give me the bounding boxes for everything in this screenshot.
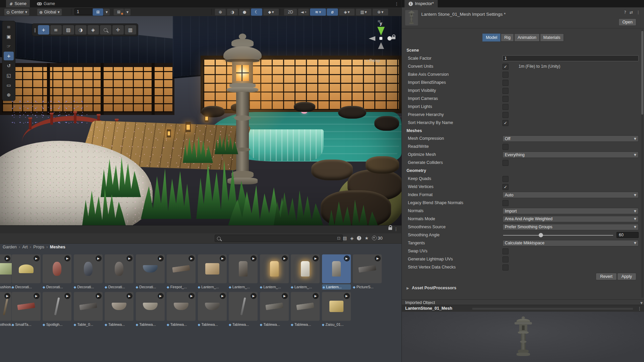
- asset-item[interactable]: ▶◆Tablewa...: [229, 292, 258, 327]
- slider-knob[interactable]: [539, 233, 543, 237]
- play-badge[interactable]: ▶: [251, 293, 257, 299]
- breadcrumb-item-art[interactable]: Art: [22, 245, 28, 249]
- dropdown[interactable]: Prefer Smoothing Groups▼: [502, 224, 639, 230]
- play-badge[interactable]: ▶: [126, 293, 132, 299]
- help-icon[interactable]: ?: [624, 10, 626, 15]
- audio-mute-button[interactable]: ◄×: [298, 8, 309, 16]
- asset-thumbnail[interactable]: ▶: [0, 254, 11, 283]
- grid-dropdown[interactable]: ▼: [103, 8, 110, 16]
- kebab-menu-icon[interactable]: ⋮: [636, 10, 640, 15]
- play-badge[interactable]: ▶: [34, 255, 40, 261]
- play-badge[interactable]: ▶: [375, 255, 381, 261]
- play-badge[interactable]: ▶: [189, 255, 195, 261]
- asset-item[interactable]: ▶◆Lantern_...: [198, 254, 227, 290]
- asset-item[interactable]: ▶◆Tablewa...: [291, 292, 320, 327]
- asset-thumbnail[interactable]: ▶: [105, 254, 133, 283]
- tab-inspector[interactable]: i Inspector*: [405, 0, 438, 7]
- tool-handle-pivot-dropdown[interactable]: ⊙ Center ▼: [4, 8, 30, 16]
- overlay-drag-handle[interactable]: ∥: [34, 27, 36, 33]
- transform-tool-button[interactable]: ⊕: [4, 90, 14, 99]
- lock-icon[interactable]: [388, 227, 392, 230]
- asset-item[interactable]: ▶◆PictureS...: [353, 254, 382, 290]
- overlay-camera-button[interactable]: ▥: [125, 25, 136, 35]
- scale-tool-button[interactable]: ◱: [4, 71, 14, 80]
- asset-item[interactable]: ▶◆Tablewa...: [260, 292, 289, 327]
- asset-item[interactable]: ▶◆Tablewa...: [198, 292, 227, 327]
- asset-item[interactable]: ▶◆Tablewa...: [167, 292, 196, 327]
- play-badge[interactable]: ▶: [313, 255, 319, 261]
- inspector-scrollbar-thumb[interactable]: [641, 31, 643, 115]
- play-badge[interactable]: ▶: [158, 255, 164, 261]
- checkbox[interactable]: [502, 104, 508, 110]
- overlay-hatch-button[interactable]: ▨: [63, 25, 74, 35]
- play-badge[interactable]: ▶: [282, 293, 288, 299]
- debug-validator-button[interactable]: ◆▼: [263, 8, 279, 16]
- play-badge[interactable]: ▶: [282, 255, 288, 261]
- asset-item[interactable]: ▶◆Lantern_...: [260, 254, 289, 290]
- asset-thumbnail[interactable]: ▶: [322, 292, 351, 321]
- asset-thumbnail[interactable]: ▶: [198, 292, 227, 321]
- shading-half-button[interactable]: ◑: [227, 8, 238, 16]
- play-badge[interactable]: ▶: [251, 255, 257, 261]
- preview-expand-icon[interactable]: ▼: [640, 301, 643, 305]
- asset-thumbnail[interactable]: ▶: [229, 254, 258, 283]
- tool-handle-rotation-dropdown[interactable]: ⊕ Global ▼: [37, 8, 62, 16]
- apply-button[interactable]: Apply: [617, 273, 636, 280]
- asset-postprocessors-foldout[interactable]: ▶ Asset PostProcessors: [407, 286, 456, 290]
- visible-count[interactable]: 30: [372, 236, 382, 241]
- asset-item[interactable]: ▶◆Decorati...: [12, 254, 41, 290]
- dropdown[interactable]: Auto▼: [502, 192, 639, 198]
- asset-thumbnail[interactable]: ▶: [43, 292, 71, 321]
- overlay-move-button[interactable]: +: [38, 25, 49, 35]
- checkbox[interactable]: [502, 96, 508, 102]
- importer-tab-rig[interactable]: Rig: [501, 34, 514, 42]
- scene-menu-icon[interactable]: ⋮: [394, 1, 399, 6]
- search-input[interactable]: ⊡: [215, 235, 343, 242]
- scene-view[interactable]: ∥ +≡▨◑◈✛▥ ≡▣☞+↺◱▭⊕ ≡ y < Persp: [0, 16, 401, 225]
- checkbox[interactable]: [502, 200, 508, 206]
- asset-thumbnail[interactable]: ▶: [229, 292, 258, 321]
- orientation-gizmo[interactable]: ≡ y < Persp: [364, 21, 401, 64]
- checkbox[interactable]: [502, 80, 508, 86]
- text-field[interactable]: 1: [502, 55, 639, 61]
- asset-item[interactable]: ▶◆Lantern...: [322, 254, 351, 290]
- overlay-particles-button[interactable]: ◈: [88, 25, 99, 35]
- overlay-shadow-button[interactable]: ◑: [75, 25, 87, 35]
- breadcrumb-item-props[interactable]: Props: [33, 245, 44, 249]
- play-badge[interactable]: ▶: [64, 293, 70, 299]
- scene-visibility-button[interactable]: ø: [327, 8, 338, 16]
- play-badge[interactable]: ▶: [96, 293, 102, 299]
- grid-visibility-toggle[interactable]: ⊞: [93, 8, 103, 16]
- importer-tab-model[interactable]: Model: [482, 34, 500, 42]
- asset-thumbnail[interactable]: ▶: [167, 292, 196, 321]
- asset-item[interactable]: ▶◆Decorati...: [43, 254, 71, 290]
- checkbox[interactable]: [502, 256, 508, 262]
- shading-sphere-button[interactable]: ⊕: [215, 8, 226, 16]
- asset-item[interactable]: ▶◆Firepot_...: [167, 254, 196, 290]
- checkbox[interactable]: [502, 264, 508, 270]
- checkbox[interactable]: [502, 88, 508, 94]
- asset-item[interactable]: ▶◆Decorati...: [74, 254, 103, 290]
- dropdown[interactable]: Area And Angle Weighted▼: [502, 216, 639, 222]
- hand-tool-button[interactable]: ☞: [4, 42, 14, 51]
- checkbox[interactable]: [502, 112, 508, 118]
- grid-size-field[interactable]: 1: [74, 8, 93, 15]
- play-badge[interactable]: ▶: [220, 255, 226, 261]
- asset-item[interactable]: ▶◆Tablewa...: [105, 292, 133, 327]
- asset-thumbnail[interactable]: ▶: [105, 292, 133, 321]
- checkbox[interactable]: [502, 144, 508, 150]
- slider[interactable]: 60: [502, 232, 639, 238]
- slider-value-field[interactable]: 60: [616, 232, 639, 238]
- asset-item[interactable]: ▶◆Decorati...: [136, 254, 165, 290]
- asset-thumbnail[interactable]: ▶: [198, 254, 227, 283]
- search-in-assets-icon[interactable]: ⊡: [337, 236, 340, 241]
- slider-track[interactable]: [503, 235, 613, 236]
- asset-item[interactable]: ▶◆Zaisu_01...: [322, 292, 351, 327]
- checkbox[interactable]: ✓: [502, 184, 508, 190]
- asset-thumbnail[interactable]: ▶: [353, 254, 382, 283]
- favorites-icon[interactable]: ★: [365, 236, 369, 241]
- asset-thumbnail[interactable]: ▶: [322, 254, 351, 283]
- layers-button[interactable]: ◈▼: [339, 8, 355, 16]
- play-badge[interactable]: ▶: [313, 293, 319, 299]
- dropdown[interactable]: Calculate Mikktspace▼: [502, 240, 639, 246]
